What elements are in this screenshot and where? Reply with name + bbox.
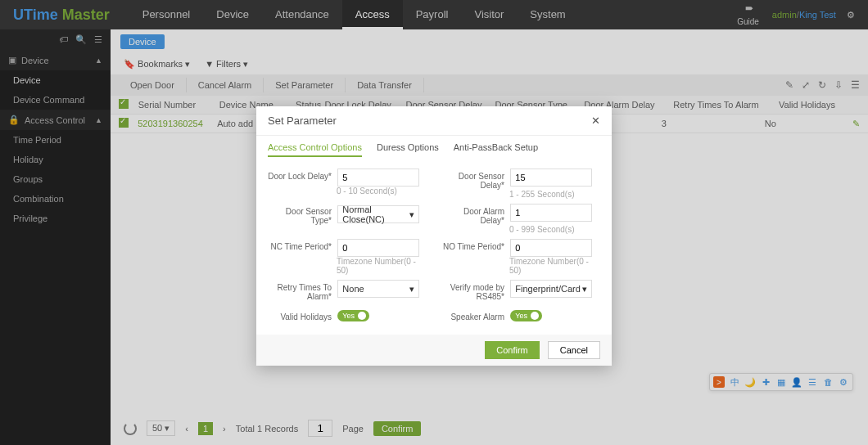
modal-cancel-button[interactable]: Cancel [548,341,600,359]
label-no-time-period: NO Time Period* [441,239,504,251]
label-valid-holidays: Valid Holidays [268,309,332,321]
tab-anti-passback-setup[interactable]: Anti-PassBack Setup [454,142,538,157]
input-door-alarm-delay[interactable] [510,204,592,222]
toggle-knob-icon [531,312,539,320]
label-nc-time-period: NC Time Period* [268,239,332,251]
input-door-lock-delay[interactable] [337,169,419,187]
modal-footer: Confirm Cancel [256,335,612,366]
label-door-sensor-type: Door Sensor Type* [268,204,332,225]
tab-duress-options[interactable]: Duress Options [377,142,439,157]
hint-door-alarm-delay: 0 - 999 Second(s) [509,225,600,234]
chevron-down-icon: ▾ [582,284,587,294]
input-nc-time-period[interactable] [337,239,419,257]
select-door-sensor-type[interactable]: Normal Close(NC)▾ [337,205,419,223]
select-verify-mode[interactable]: Fingerprint/Card▾ [510,280,592,298]
modal-close-icon[interactable]: ✕ [591,115,600,127]
label-retry-alarm: Retry Times To Alarm* [268,280,332,301]
select-retry-alarm[interactable]: None▾ [337,280,419,298]
hint-door-sensor-delay: 1 - 255 Second(s) [509,190,600,199]
modal-overlay: Set Parameter ✕ Access Control Options D… [0,0,868,445]
chevron-down-icon: ▾ [409,284,414,294]
tab-access-control-options[interactable]: Access Control Options [268,142,362,157]
modal-header: Set Parameter ✕ [256,106,612,136]
modal-title: Set Parameter [268,115,337,127]
input-door-sensor-delay[interactable] [510,169,592,187]
label-door-sensor-delay: Door Sensor Delay* [441,169,504,190]
input-no-time-period[interactable] [510,239,592,257]
toggle-valid-holidays[interactable]: Yes [337,310,369,321]
hint-no-time-period: Timezone Number(0 - 50) [509,257,600,275]
modal-tabs: Access Control Options Duress Options An… [256,136,612,164]
hint-door-lock-delay: 0 - 10 Second(s) [337,187,427,196]
label-door-lock-delay: Door Lock Delay* [268,169,332,181]
chevron-down-icon: ▾ [409,209,414,220]
set-parameter-modal: Set Parameter ✕ Access Control Options D… [256,106,612,366]
label-speaker-alarm: Speaker Alarm [441,309,504,321]
modal-confirm-button[interactable]: Confirm [485,341,540,359]
label-verify-mode: Verify mode by RS485* [441,280,504,301]
toggle-knob-icon [358,312,366,320]
toggle-speaker-alarm[interactable]: Yes [510,310,542,321]
label-door-alarm-delay: Door Alarm Delay* [441,204,504,225]
modal-body: Door Lock Delay* 0 - 10 Second(s) Door S… [256,164,612,335]
hint-nc-time-period: Timezone Number(0 - 50) [337,257,427,275]
